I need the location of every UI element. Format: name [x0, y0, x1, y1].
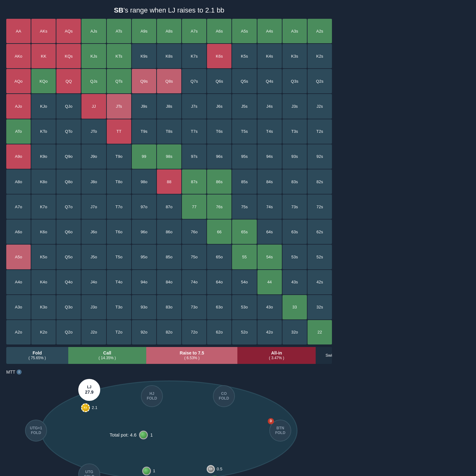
grid-cell-74o[interactable]: 74o: [182, 270, 206, 294]
grid-cell-a9s[interactable]: A9s: [132, 19, 156, 43]
grid-cell-qq[interactable]: QQ: [56, 69, 81, 93]
grid-cell-92s[interactable]: 92s: [308, 144, 332, 169]
grid-cell-73o[interactable]: 73o: [182, 295, 206, 319]
grid-cell-qjs[interactable]: QJs: [81, 69, 106, 93]
grid-cell-86o[interactable]: 86o: [157, 220, 181, 244]
grid-cell-k9o[interactable]: K9o: [31, 144, 56, 169]
grid-cell-94o[interactable]: 94o: [132, 270, 156, 294]
grid-cell-64o[interactable]: 64o: [207, 270, 231, 294]
grid-cell-k2s[interactable]: K2s: [308, 44, 332, 68]
grid-cell-72o[interactable]: 72o: [182, 320, 206, 344]
grid-cell-55[interactable]: 55: [232, 245, 256, 269]
grid-cell-kjo[interactable]: KJo: [31, 94, 56, 118]
grid-cell-83o[interactable]: 83o: [157, 295, 181, 319]
legend-swipe[interactable]: Swipe for EV ▶: [316, 347, 332, 364]
grid-cell-93s[interactable]: 93s: [282, 144, 307, 169]
grid-cell-k7s[interactable]: K7s: [182, 44, 206, 68]
grid-cell-53s[interactable]: 53s: [282, 245, 307, 269]
grid-cell-32o[interactable]: 32o: [282, 320, 307, 344]
grid-cell-72s[interactable]: 72s: [308, 194, 332, 219]
grid-cell-53o[interactable]: 53o: [232, 295, 256, 319]
grid-cell-j7s[interactable]: J7s: [182, 94, 206, 118]
grid-cell-87o[interactable]: 87o: [157, 194, 181, 219]
grid-cell-97o[interactable]: 97o: [132, 194, 156, 219]
grid-cell-85o[interactable]: 85o: [157, 245, 181, 269]
grid-cell-95s[interactable]: 95s: [232, 144, 256, 169]
grid-cell-a7s[interactable]: A7s: [182, 19, 206, 43]
grid-cell-j7o[interactable]: J7o: [81, 194, 106, 219]
grid-cell-q6o[interactable]: Q6o: [56, 220, 81, 244]
grid-cell-a4s[interactable]: A4s: [257, 19, 282, 43]
grid-cell-99[interactable]: 99: [132, 144, 156, 169]
grid-cell-65s[interactable]: 65s: [232, 220, 256, 244]
grid-cell-jj[interactable]: JJ: [81, 94, 106, 118]
grid-cell-96o[interactable]: 96o: [132, 220, 156, 244]
grid-cell-ato[interactable]: ATo: [6, 119, 31, 144]
grid-cell-93o[interactable]: 93o: [132, 295, 156, 319]
grid-cell-33[interactable]: 33: [282, 295, 307, 319]
grid-cell-k4o[interactable]: K4o: [31, 270, 56, 294]
grid-cell-q9s[interactable]: Q9s: [132, 69, 156, 93]
grid-cell-66[interactable]: 66: [207, 220, 231, 244]
grid-cell-q3s[interactable]: Q3s: [282, 69, 307, 93]
grid-cell-76s[interactable]: 76s: [207, 194, 231, 219]
grid-cell-j2s[interactable]: J2s: [308, 94, 332, 118]
grid-cell-73s[interactable]: 73s: [282, 194, 307, 219]
grid-cell-t6o[interactable]: T6o: [107, 220, 131, 244]
grid-cell-t7s[interactable]: T7s: [182, 119, 206, 144]
grid-cell-aqo[interactable]: AQo: [6, 69, 31, 93]
grid-cell-kqs[interactable]: KQs: [56, 44, 81, 68]
grid-cell-q9o[interactable]: Q9o: [56, 144, 81, 169]
grid-cell-63o[interactable]: 63o: [207, 295, 231, 319]
grid-cell-k3o[interactable]: K3o: [31, 295, 56, 319]
grid-cell-54o[interactable]: 54o: [232, 270, 256, 294]
grid-cell-75o[interactable]: 75o: [182, 245, 206, 269]
grid-cell-96s[interactable]: 96s: [207, 144, 231, 169]
grid-cell-65o[interactable]: 65o: [207, 245, 231, 269]
grid-cell-98s[interactable]: 98s: [157, 144, 181, 169]
grid-cell-a8s[interactable]: A8s: [157, 19, 181, 43]
grid-cell-32s[interactable]: 32s: [308, 295, 332, 319]
grid-cell-a7o[interactable]: A7o: [6, 194, 31, 219]
grid-cell-j6o[interactable]: J6o: [81, 220, 106, 244]
grid-cell-92o[interactable]: 92o: [132, 320, 156, 344]
grid-cell-t6s[interactable]: T6s: [207, 119, 231, 144]
grid-cell-t4s[interactable]: T4s: [257, 119, 282, 144]
grid-cell-a5s[interactable]: A5s: [232, 19, 256, 43]
grid-cell-k8s[interactable]: K8s: [157, 44, 181, 68]
grid-cell-j8s[interactable]: J8s: [157, 94, 181, 118]
grid-cell-82s[interactable]: 82s: [308, 169, 332, 194]
grid-cell-a2o[interactable]: A2o: [6, 320, 31, 344]
grid-cell-qjo[interactable]: QJo: [56, 94, 81, 118]
grid-cell-t3s[interactable]: T3s: [282, 119, 307, 144]
grid-cell-84s[interactable]: 84s: [257, 169, 282, 194]
grid-cell-qto[interactable]: QTo: [56, 119, 81, 144]
grid-cell-ajs[interactable]: AJs: [81, 19, 106, 43]
grid-cell-q6s[interactable]: Q6s: [207, 69, 231, 93]
grid-cell-j3o[interactable]: J3o: [81, 295, 106, 319]
grid-cell-k2o[interactable]: K2o: [31, 320, 56, 344]
grid-cell-k9s[interactable]: K9s: [132, 44, 156, 68]
grid-cell-qts[interactable]: QTs: [107, 69, 131, 93]
grid-cell-52o[interactable]: 52o: [232, 320, 256, 344]
grid-cell-t8o[interactable]: T8o: [107, 169, 131, 194]
grid-cell-87s[interactable]: 87s: [182, 169, 206, 194]
grid-cell-j5s[interactable]: J5s: [232, 94, 256, 118]
grid-cell-jts[interactable]: JTs: [107, 94, 131, 118]
grid-cell-ako[interactable]: AKo: [6, 44, 31, 68]
grid-cell-aqs[interactable]: AQs: [56, 19, 81, 43]
grid-cell-j4o[interactable]: J4o: [81, 270, 106, 294]
grid-cell-75s[interactable]: 75s: [232, 194, 256, 219]
grid-cell-63s[interactable]: 63s: [282, 220, 307, 244]
grid-cell-74s[interactable]: 74s: [257, 194, 282, 219]
grid-cell-q5s[interactable]: Q5s: [232, 69, 256, 93]
grid-cell-64s[interactable]: 64s: [257, 220, 282, 244]
grid-cell-98o[interactable]: 98o: [132, 169, 156, 194]
grid-cell-ajo[interactable]: AJo: [6, 94, 31, 118]
grid-cell-kts[interactable]: KTs: [107, 44, 131, 68]
grid-cell-aa[interactable]: AA: [6, 19, 31, 43]
grid-cell-ats[interactable]: ATs: [107, 19, 131, 43]
grid-cell-a4o[interactable]: A4o: [6, 270, 31, 294]
grid-cell-j5o[interactable]: J5o: [81, 245, 106, 269]
grid-cell-q2s[interactable]: Q2s: [308, 69, 332, 93]
